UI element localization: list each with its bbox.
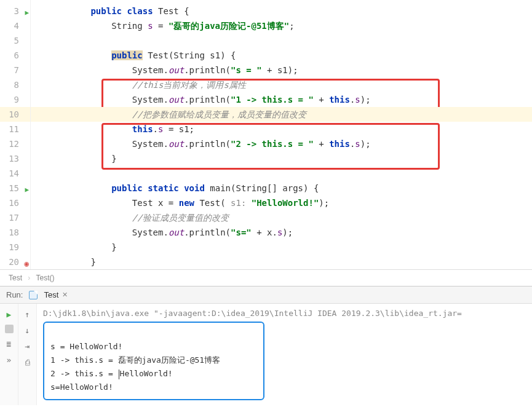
gutter-line-7[interactable]: 7: [0, 63, 30, 77]
run-label: Run:: [6, 290, 23, 299]
gutter-line-9[interactable]: 9: [0, 92, 30, 107]
gutter-line-12[interactable]: 12: [0, 136, 30, 151]
gutter-line-8[interactable]: 8: [0, 77, 30, 92]
run-config-icon: [29, 291, 38, 299]
console-body[interactable]: D:\jdk1.8\bin\java.exe "-javaagent:D:\id…: [37, 304, 532, 405]
gutter-line-19[interactable]: 19: [0, 240, 30, 255]
gutter: 3▶ 4 5 6 7 8 9 10 11 12 13 14 15▶ 16 17 …: [0, 0, 31, 269]
close-icon[interactable]: ✕: [62, 291, 68, 299]
code-line-16[interactable]: Test x = new Test( s1: "HelloWorld!");: [31, 196, 532, 210]
code-line-15[interactable]: public static void main(String[] args) {: [31, 181, 532, 196]
code-line-14[interactable]: [31, 166, 532, 181]
console: ▶ ≣ » ↑ ↓ ⇥ ⎙ D:\jdk1.8\bin\java.exe "-j…: [0, 303, 532, 405]
code-area[interactable]: public class Test { String s = "磊哥的java历…: [31, 0, 532, 269]
gutter-line-18[interactable]: 18: [0, 225, 30, 240]
code-line-10[interactable]: //把参数值赋给成员变量，成员变量的值改变: [31, 107, 532, 122]
code-line-3[interactable]: public class Test {: [31, 4, 532, 18]
console-line: 2 -> this.s = HelloWorld!: [50, 369, 173, 378]
code-line-7[interactable]: System.out.println("s = " + s1);: [31, 63, 532, 77]
gutter-line-5[interactable]: 5: [0, 33, 30, 48]
code-line-4[interactable]: String s = "磊哥的java历险记-@51博客";: [31, 18, 532, 33]
scroll-down-button[interactable]: ↓: [22, 325, 33, 336]
code-line-5[interactable]: [31, 33, 532, 48]
console-command: D:\jdk1.8\bin\java.exe "-javaagent:D:\id…: [43, 309, 526, 318]
inspection-icon[interactable]: ◉: [24, 256, 29, 271]
breadcrumb-item[interactable]: Test: [9, 274, 22, 282]
rerun-button[interactable]: ▶: [4, 309, 15, 320]
run-tool-header: Run: Test ✕: [0, 286, 532, 303]
code-line-11[interactable]: this.s = s1;: [31, 122, 532, 136]
breadcrumb-item[interactable]: Test(): [36, 274, 54, 282]
code-line-20[interactable]: }: [31, 255, 532, 269]
console-output: s = HelloWorld! 1 -> this.s = 磊哥的java历险记…: [43, 322, 264, 400]
code-line-6[interactable]: public Test(String s1) {: [31, 48, 532, 63]
code-line-9[interactable]: System.out.println("1 -> this.s = " + th…: [31, 92, 532, 107]
gutter-line-3[interactable]: 3▶: [0, 4, 30, 18]
console-line: s=HelloWorld!: [50, 382, 113, 392]
gutter-line-15[interactable]: 15▶: [0, 181, 30, 196]
gutter-line-4[interactable]: 4: [0, 18, 30, 33]
caret-icon: [119, 370, 119, 379]
layout-button[interactable]: ≣: [4, 338, 15, 349]
gutter-line-17[interactable]: 17: [0, 210, 30, 225]
code-line-8[interactable]: //this当前对象，调用s属性: [31, 77, 532, 92]
print-button[interactable]: ⎙: [22, 357, 33, 368]
code-line-17[interactable]: //验证成员变量值的改变: [31, 210, 532, 225]
gutter-line-11[interactable]: 11: [0, 122, 30, 136]
breadcrumb-sep: ›: [28, 274, 30, 282]
gutter-line-6[interactable]: 6: [0, 48, 30, 63]
gutter-line-14[interactable]: 14: [0, 166, 30, 181]
gutter-line-16[interactable]: 16: [0, 196, 30, 210]
console-toolbar-right: ↑ ↓ ⇥ ⎙: [18, 304, 37, 405]
soft-wrap-button[interactable]: ⇥: [22, 341, 33, 352]
editor: 3▶ 4 5 6 7 8 9 10 11 12 13 14 15▶ 16 17 …: [0, 0, 532, 269]
code-line-18[interactable]: System.out.println("s=" + x.s);: [31, 225, 532, 240]
gutter-line-13[interactable]: 13: [0, 151, 30, 166]
code-line-13[interactable]: }: [31, 151, 532, 166]
run-config-name[interactable]: Test: [44, 290, 58, 299]
code-line-12[interactable]: System.out.println("2 -> this.s = " + th…: [31, 136, 532, 151]
stop-button[interactable]: [5, 325, 14, 333]
code-line-19[interactable]: }: [31, 240, 532, 255]
console-toolbar-left: ▶ ≣ »: [0, 304, 18, 405]
menu-button[interactable]: »: [4, 354, 15, 365]
breadcrumb[interactable]: Test › Test(): [0, 269, 532, 286]
console-line: 1 -> this.s = 磊哥的java历险记-@51博客: [50, 355, 220, 365]
console-line: s = HelloWorld!: [50, 342, 122, 351]
gutter-line-10[interactable]: 10: [0, 107, 30, 122]
scroll-up-button[interactable]: ↑: [22, 309, 33, 320]
gutter-line-20[interactable]: 20◉: [0, 255, 30, 269]
